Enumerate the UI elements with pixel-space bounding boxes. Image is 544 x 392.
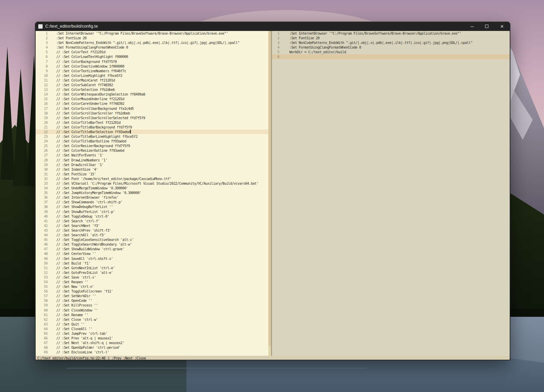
code-line[interactable]: 48 // :Set CenterView ''	[36, 251, 268, 256]
code-line[interactable]: 24 // :Set ColorTitleBarOutline ff93aebd	[36, 139, 268, 143]
code-line[interactable]: 33 // :Set VCVarsall 'C:/Program Files/M…	[36, 181, 268, 186]
line-text: // :Set SetWorkDir ''	[56, 294, 96, 298]
line-text: // :Set KillProcess ''	[56, 303, 98, 307]
code-line[interactable]: 41 // :Set Search 'ctrl-f'	[36, 219, 268, 223]
code-line[interactable]: 68 // :Set OpenUpFolder 'ctrl-period'	[36, 345, 268, 350]
code-line[interactable]: 40 // :Set ToggleDebug 'ctrl-0'	[36, 214, 268, 219]
code-line[interactable]: 17 // :Set ColorScrollbarBackground ffa1…	[36, 106, 268, 111]
status-commands[interactable]: :Prev :Next :Close	[112, 356, 146, 360]
code-line[interactable]: 2 :Set FontSize 20	[36, 36, 268, 40]
code-line[interactable]: 52 // :Set GotoPrevInList 'alt-e'	[36, 270, 268, 275]
code-line[interactable]: 38 // :Set ShowDebugBufferList ''	[36, 204, 268, 209]
code-line[interactable]: 5 // :Set ColorText ff21201d	[36, 50, 268, 54]
code-line[interactable]: 53 // :Set Save 'ctrl-s'	[36, 275, 268, 280]
code-line[interactable]: 62 // :Set Close 'ctrl-w'	[36, 317, 268, 322]
code-line[interactable]: 14 // :Set ColorWhitespaceDuringSelectio…	[36, 92, 268, 97]
code-line[interactable]: 47 // :Set ShowBuildWindow 'ctrl-grave'	[36, 247, 268, 251]
code-line[interactable]: 25 // :Set ColorResizerBackground ffd7f5…	[36, 143, 268, 148]
code-line[interactable]: 46 // :Set ToggleSearchWordBoundary 'alt…	[36, 242, 268, 247]
line-text: // :Set Search 'ctrl-f'	[56, 219, 100, 223]
code-line[interactable]: 13 // :Set ColorSelection ffb2dbeb	[36, 87, 268, 92]
code-line[interactable]: 34 // :Set UndoMergeTimeWindow '0.300000…	[36, 186, 268, 190]
code-line[interactable]: 31 // :Set FontSize '15'	[36, 172, 268, 176]
code-line[interactable]: 1 :Set InternetBrowser '"C:/Program File…	[36, 31, 268, 36]
code-line[interactable]: 65 // :Set JumpPrev 'ctrl-tab'	[36, 331, 268, 336]
line-text: // :Set ColorTitleBarOutline ff93aebd	[56, 139, 126, 143]
code-line[interactable]: 6	[272, 54, 510, 59]
maximize-button[interactable]	[482, 22, 492, 31]
line-text: // :Set ColorLoadTextHighlight f000000	[56, 54, 128, 59]
code-line[interactable]: 28 // :Set DrawLineNumbers '1'	[36, 158, 268, 162]
left-pane-scrollbar[interactable]	[268, 31, 271, 356]
code-line[interactable]: 23 // :Set ColorTitleBarLineHighlight ff…	[36, 134, 268, 139]
title-bar[interactable]: C:/text_editor/build/config.te ─ ✕	[36, 22, 510, 31]
line-text: // :Set FontSize '15'	[56, 172, 96, 176]
minimize-button[interactable]: ─	[467, 22, 477, 31]
code-line[interactable]: 18 // :Set ColorScrollbarScroller ffb2db…	[36, 111, 268, 115]
code-line[interactable]: 56 // :Set ToggleFullscreen 'f11'	[36, 289, 268, 294]
code-line[interactable]: 59 // :Set KillProcess ''	[36, 303, 268, 307]
code-line[interactable]: 4 :Set FormatUsingClangFormatWhenCCode 0	[272, 45, 510, 50]
code-line[interactable]: 63 // :Set Quit ''	[36, 322, 268, 326]
code-line[interactable]: 8 // :Set ColorInactiveWindow 1f000000	[36, 64, 268, 69]
line-text: // :Set OpenCode ''	[56, 298, 92, 303]
code-line[interactable]: 27 // :Set WaitForEvents '1'	[36, 153, 268, 157]
code-line[interactable]: 4 :Set FormatUsingClangFormatWhenCCode 0	[36, 45, 268, 50]
code-line[interactable]: 30 // :Set IndentSize '4'	[36, 167, 268, 172]
code-line[interactable]: 26 // :Set ColorResizerOutline ff93aebd	[36, 148, 268, 153]
code-line[interactable]: 6 // :Set ColorLoadTextHighlight f000000	[36, 54, 268, 59]
code-line[interactable]: 58 // :Set OpenCode ''	[36, 298, 268, 303]
code-line[interactable]: 45 // :Set ToggleCaseSensitiveSearch 'al…	[36, 237, 268, 242]
code-line[interactable]: 3 :Set NonCodePatterns_EndsWith ".git/|.…	[36, 40, 268, 45]
code-line[interactable]: 44 // :Set SearchAll 'alt-f3'	[36, 233, 268, 237]
code-line[interactable]: 67 // :Set Next 'alt-shift-q | mousex2'	[36, 340, 268, 345]
line-text: :Set NonCodePatterns_EndsWith ".git/|.ob…	[289, 40, 472, 45]
line-text: :Set FormatUsingClangFormatWhenCCode 0	[289, 45, 361, 50]
line-text: // :Set ColorTitleBarSelection ff93aebd	[56, 129, 131, 134]
line-text: // :Set Rename ''	[56, 312, 88, 317]
line-number: 52	[36, 270, 48, 275]
code-line[interactable]: 9 // :Set ColorTextLineNumbers ff646f7c	[36, 69, 268, 73]
code-line[interactable]: 35 // :Set JumpHistoryMergeTimeWindow '0…	[36, 190, 268, 195]
code-line[interactable]: 42 // :Set SearchNext 'f3'	[36, 223, 268, 228]
right-editor-pane[interactable]: 1 :Set InternetBrowser '"C:/Program File…	[272, 31, 510, 356]
code-line[interactable]: 22 // :Set ColorTitleBarSelection ff93ae…	[36, 129, 268, 134]
code-line[interactable]: 54 // :Set Reopen ''	[36, 280, 268, 284]
code-line[interactable]: 19 // :Set ColorScrollbarScrollerSelecte…	[36, 115, 268, 120]
line-number: 55	[36, 284, 48, 289]
code-line[interactable]: 1 :Set InternetBrowser '"C:/Program File…	[272, 31, 510, 36]
text-editor-window: C:/text_editor/build/config.te ─ ✕ 1 :Se…	[35, 22, 510, 360]
close-button[interactable]: ✕	[497, 22, 507, 31]
editor-area: 1 :Set InternetBrowser '"C:/Program File…	[36, 31, 510, 356]
code-line[interactable]: 43 // :Set SearchPrev 'shift-f3'	[36, 228, 268, 233]
code-line[interactable]: 49 // :Set SaveAll 'ctrl-shift-s'	[36, 256, 268, 261]
code-line[interactable]: 11 // :Set ColorMainCaret ff21201d	[36, 78, 268, 83]
code-line[interactable]: 64 // :Set CloseAll ''	[36, 326, 268, 331]
code-line[interactable]: 55 // :Set New 'ctrl-n'	[36, 284, 268, 289]
code-line[interactable]: 21 // :Set ColorTitleBarBackground ffd7f…	[36, 125, 268, 129]
code-line[interactable]: 60 // :Set CloseWindow ''	[36, 308, 268, 312]
code-line[interactable]: 36 // :Set InternetBrowser 'firefox'	[36, 195, 268, 200]
code-line[interactable]: 20 // :Set ColorTitleBarText ff21201d	[36, 120, 268, 125]
code-line[interactable]: 7 // :Set ColorBackground ffd7f5f9	[36, 59, 268, 64]
code-line[interactable]: 51 // :Set GotoNextInList 'ctrl-e'	[36, 266, 268, 270]
code-line[interactable]: 5 WorkDir = C:/text_editor/build	[272, 50, 510, 54]
code-line[interactable]: 32 // :Set Font '/home/krz/text_editor/p…	[36, 176, 268, 181]
code-line[interactable]: 50 // :Set Build 'f1'	[36, 261, 268, 266]
code-line[interactable]: 39 // :Set ShowBufferList 'ctrl-p'	[36, 209, 268, 214]
code-line[interactable]: 12 // :Set ColorSubCaret ff748392	[36, 83, 268, 87]
code-line[interactable]: 66 // :Set Prev 'alt-q | mousex1'	[36, 336, 268, 340]
code-line[interactable]: 3 :Set NonCodePatterns_EndsWith ".git/|.…	[272, 40, 510, 45]
code-line[interactable]: 2 :Set FontSize 20	[272, 36, 510, 40]
code-line[interactable]: 57 // :Set SetWorkDir ''	[36, 294, 268, 298]
code-line[interactable]: 16 // :Set ColorCaretUnderline ff748392	[36, 101, 268, 106]
code-line[interactable]: 15 // :Set ColorMouseUnderline ff21201d	[36, 97, 268, 101]
left-editor-pane[interactable]: 1 :Set InternetBrowser '"C:/Program File…	[36, 31, 268, 356]
code-line[interactable]: 69 // :Set EncloseLine 'ctrl-l'	[36, 350, 268, 354]
scrollbar-thumb[interactable]	[268, 31, 271, 346]
code-line[interactable]: 37 // :Set ShowCommands 'ctrl-shift-p'	[36, 200, 268, 204]
code-line[interactable]: 10 // :Set ColorLineHighlight ffbce5f2	[36, 73, 268, 78]
code-line[interactable]: 29 // :Set DrawScrollbar '1'	[36, 162, 268, 167]
line-number: 23	[36, 134, 48, 139]
code-line[interactable]: 61 // :Set Rename ''	[36, 312, 268, 317]
